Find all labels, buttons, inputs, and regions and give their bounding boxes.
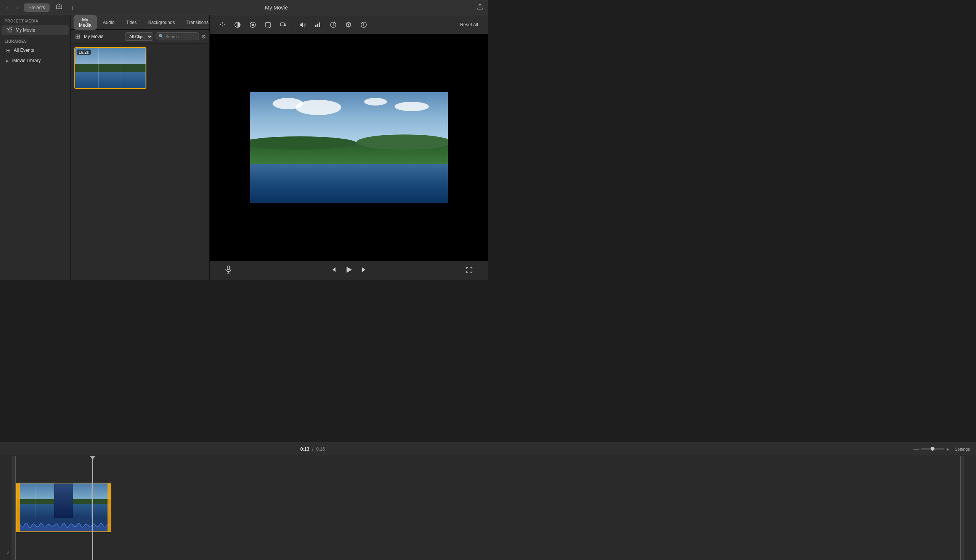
share-button[interactable] — [476, 3, 483, 12]
sidebar-item-label: My Movie — [16, 27, 35, 33]
clip-duration: 16.2s — [77, 50, 91, 55]
sidebar-item-label-all-events: All Events — [14, 48, 34, 53]
tab-my-media[interactable]: My Media — [74, 15, 97, 30]
color-balance-button[interactable] — [231, 20, 244, 30]
reset-all-button[interactable]: Reset All — [456, 20, 482, 29]
microphone-button[interactable] — [225, 265, 232, 276]
film-icon: 🎬 — [6, 27, 13, 33]
sidebar-item-all-events[interactable]: ⊞ All Events — [2, 45, 69, 55]
toolbar-left: ‹ › Projects ↓ — [5, 2, 76, 13]
audio-levels-button[interactable] — [311, 20, 324, 30]
playback-controls — [210, 261, 488, 280]
svg-rect-13 — [315, 25, 316, 27]
sidebar-item-imovie-library[interactable]: ▶ iMovie Library — [2, 56, 69, 65]
sidebar: PROJECT MEDIA 🎬 My Movie LIBRARIES ⊞ All… — [0, 15, 70, 280]
tab-transitions[interactable]: Transitions — [181, 18, 214, 27]
volume-button[interactable] — [296, 20, 309, 30]
tab-titles[interactable]: Titles — [120, 18, 142, 27]
adjustment-toolbar: i Reset All — [210, 15, 488, 34]
svg-point-6 — [252, 23, 254, 26]
media-tabs: My Media Audio Titles Backgrounds Transi… — [70, 15, 209, 30]
stabilize-button[interactable] — [277, 20, 290, 30]
tab-audio[interactable]: Audio — [98, 18, 120, 27]
clips-filter-select[interactable]: All Clips — [125, 32, 153, 41]
add-to-project-button[interactable] — [53, 2, 65, 13]
svg-rect-7 — [266, 22, 270, 27]
video-frame — [250, 92, 448, 203]
project-media-label: PROJECT MEDIA — [0, 15, 70, 25]
right-panel: i Reset All — [210, 15, 488, 280]
video-preview — [210, 34, 488, 261]
sidebar-item-my-movie[interactable]: 🎬 My Movie — [2, 25, 69, 35]
adj-separator-1 — [293, 21, 293, 28]
skip-forward-button[interactable] — [357, 264, 372, 277]
video-hills — [250, 142, 448, 164]
all-events-icon: ⊞ — [6, 47, 11, 53]
projects-button[interactable]: Projects — [24, 3, 50, 12]
speed-button[interactable] — [327, 20, 340, 30]
media-panel: My Media Audio Titles Backgrounds Transi… — [70, 15, 210, 280]
main-layout: PROJECT MEDIA 🎬 My Movie LIBRARIES ⊞ All… — [0, 15, 488, 280]
svg-point-2 — [220, 24, 221, 25]
search-box: 🔍 — [155, 32, 199, 40]
clip-item[interactable]: 16.2s — [74, 47, 146, 89]
media-settings-button[interactable]: ⚙ — [201, 33, 206, 40]
svg-text:i: i — [363, 22, 364, 27]
media-project-name: My Movie — [84, 34, 123, 39]
tab-backgrounds[interactable]: Backgrounds — [143, 18, 180, 27]
search-input[interactable] — [165, 34, 196, 39]
app-title: My Movie — [265, 5, 288, 11]
crop-button[interactable] — [262, 20, 274, 30]
clip-grid: 16.2s — [70, 43, 209, 280]
download-button[interactable]: ↓ — [69, 3, 76, 13]
magic-wand-button[interactable] — [216, 20, 229, 30]
svg-point-1 — [222, 22, 223, 23]
svg-point-19 — [348, 24, 349, 25]
svg-point-3 — [224, 24, 224, 25]
back-button[interactable]: ‹ — [5, 3, 11, 13]
video-water — [250, 164, 448, 203]
libraries-label: LIBRARIES — [0, 35, 70, 45]
top-toolbar: ‹ › Projects ↓ My Movie — [0, 0, 488, 15]
fullscreen-button[interactable] — [466, 267, 473, 275]
search-icon: 🔍 — [159, 34, 164, 39]
color-correction-button[interactable] — [246, 20, 259, 30]
skip-back-button[interactable] — [326, 264, 341, 277]
svg-rect-15 — [319, 22, 320, 27]
noise-reduction-button[interactable] — [342, 20, 355, 30]
svg-rect-12 — [281, 23, 284, 26]
toolbar-right — [476, 3, 483, 12]
svg-rect-22 — [227, 266, 229, 270]
sidebar-toggle-button[interactable]: ⊞ — [74, 32, 82, 41]
play-button[interactable] — [341, 264, 357, 278]
svg-rect-14 — [317, 23, 318, 27]
video-clouds — [250, 96, 448, 131]
sidebar-item-label-imovie: iMovie Library — [12, 58, 41, 63]
forward-button[interactable]: › — [14, 3, 20, 13]
inspector-button[interactable]: i — [357, 20, 370, 30]
media-toolbar: ⊞ My Movie All Clips 🔍 ⚙ — [70, 30, 209, 43]
